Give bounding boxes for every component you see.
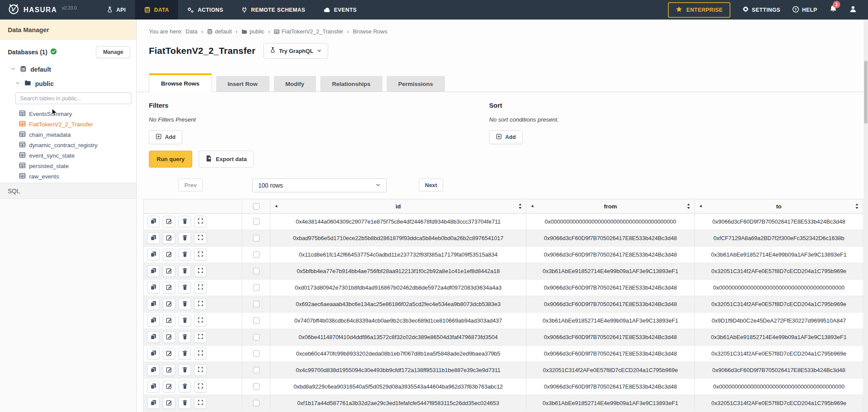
enterprise-button[interactable]: ENTERPRISE <box>668 2 730 18</box>
next-page-button[interactable]: Next <box>419 178 443 191</box>
edit-row-button[interactable] <box>163 265 175 277</box>
hasura-logo[interactable]: HASURA v2.23.0 <box>0 0 83 20</box>
row-checkbox[interactable] <box>253 350 260 357</box>
tab-modify[interactable]: Modify <box>274 76 316 92</box>
breadcrumb-item-public[interactable]: public <box>241 28 264 35</box>
delete-row-button[interactable] <box>178 232 191 244</box>
edit-row-button[interactable] <box>163 315 175 326</box>
sidebar-table-event-sync-state[interactable]: event_sync_state <box>0 150 136 161</box>
nav-item-api[interactable]: API <box>98 0 135 20</box>
add-filter-button[interactable]: Add <box>149 130 182 144</box>
sidebar-database-default[interactable]: default <box>0 66 136 73</box>
nav-item-data[interactable]: DATA <box>135 0 178 20</box>
copy-row-button[interactable] <box>147 249 160 260</box>
settings-button[interactable]: SETTINGS <box>743 6 780 13</box>
delete-row-button[interactable] <box>178 331 191 343</box>
run-query-button[interactable]: Run query <box>149 151 192 168</box>
sidebar-sql-section[interactable]: SQL <box>0 183 136 199</box>
row-checkbox[interactable] <box>253 367 260 373</box>
delete-row-button[interactable] <box>178 381 191 392</box>
expand-row-button[interactable] <box>194 331 207 343</box>
nav-item-remote-schemas[interactable]: REMOTE SCHEMAS <box>232 0 314 20</box>
copy-row-button[interactable] <box>147 397 160 409</box>
collapse-column-icon[interactable] <box>699 204 703 208</box>
delete-row-button[interactable] <box>178 315 191 326</box>
sidebar-table-eventssummary[interactable]: EventsSummary <box>0 109 136 119</box>
chevron-down-icon[interactable] <box>15 80 20 87</box>
expand-row-button[interactable] <box>194 364 207 376</box>
collapse-column-icon[interactable] <box>530 204 534 208</box>
help-button[interactable]: ? HELP <box>792 6 817 14</box>
chevron-down-icon[interactable] <box>10 66 16 73</box>
row-checkbox[interactable] <box>253 284 260 291</box>
delete-row-button[interactable] <box>178 298 191 310</box>
row-checkbox[interactable] <box>253 317 260 324</box>
row-checkbox[interactable] <box>253 268 260 274</box>
edit-row-button[interactable] <box>163 249 175 260</box>
sidebar-table-fiattokenv2-2-transfer[interactable]: FiatTokenV2_2_Transfer <box>0 119 136 129</box>
row-checkbox[interactable] <box>253 334 260 340</box>
sidebar-table-persisted-state[interactable]: persisted_state <box>0 161 136 171</box>
copy-row-button[interactable] <box>147 216 160 227</box>
tab-permissions[interactable]: Permissions <box>387 76 445 92</box>
tab-insert-row[interactable]: Insert Row <box>216 76 270 92</box>
copy-row-button[interactable] <box>147 298 160 310</box>
copy-row-button[interactable] <box>147 265 160 277</box>
sort-column-icon[interactable] <box>855 203 859 209</box>
expand-row-button[interactable] <box>194 249 207 260</box>
edit-row-button[interactable] <box>163 298 175 310</box>
copy-row-button[interactable] <box>147 348 160 359</box>
notifications-button[interactable]: 1 <box>829 5 837 15</box>
column-header-to[interactable]: to <box>695 199 863 213</box>
expand-row-button[interactable] <box>194 216 207 227</box>
row-checkbox[interactable] <box>253 218 260 225</box>
sidebar-table-raw-events[interactable]: raw_events <box>0 171 136 181</box>
sort-column-icon[interactable] <box>518 203 523 209</box>
sidebar-table-chain-metadata[interactable]: chain_metadata <box>0 129 136 140</box>
edit-row-button[interactable] <box>163 348 175 359</box>
collapse-column-icon[interactable] <box>274 204 278 208</box>
sidebar-table-dynamic-contract-registry[interactable]: dynamic_contract_registry <box>0 140 136 150</box>
expand-row-button[interactable] <box>194 315 207 326</box>
row-checkbox[interactable] <box>253 251 260 258</box>
column-header-from[interactable]: from <box>526 199 695 213</box>
delete-row-button[interactable] <box>178 282 191 293</box>
copy-row-button[interactable] <box>147 381 160 392</box>
edit-row-button[interactable] <box>163 282 175 293</box>
delete-row-button[interactable] <box>178 348 191 359</box>
search-tables-input[interactable] <box>15 92 132 104</box>
tab-browse-rows[interactable]: Browse Rows <box>149 73 212 92</box>
expand-row-button[interactable] <box>194 381 207 392</box>
breadcrumb-item-default[interactable]: default <box>207 28 232 35</box>
expand-row-button[interactable] <box>194 282 207 293</box>
row-checkbox[interactable] <box>253 383 260 390</box>
add-sort-button[interactable]: Add <box>489 130 523 144</box>
delete-row-button[interactable] <box>178 364 191 376</box>
nav-item-actions[interactable]: ACTIONS <box>178 0 232 20</box>
user-menu-button[interactable] <box>849 5 857 14</box>
copy-row-button[interactable] <box>147 315 160 326</box>
row-checkbox[interactable] <box>253 400 260 406</box>
delete-row-button[interactable] <box>178 216 191 227</box>
edit-row-button[interactable] <box>163 364 175 376</box>
row-checkbox[interactable] <box>253 235 260 241</box>
prev-page-button[interactable]: Prev <box>178 178 203 191</box>
copy-row-button[interactable] <box>147 364 160 376</box>
expand-row-button[interactable] <box>194 348 207 359</box>
copy-row-button[interactable] <box>147 331 160 343</box>
sort-column-icon[interactable] <box>686 203 691 209</box>
breadcrumb-item-browse-rows[interactable]: Browse Rows <box>353 28 387 35</box>
expand-row-button[interactable] <box>194 232 207 244</box>
edit-row-button[interactable] <box>163 331 175 343</box>
vertical-scrollbar[interactable] <box>864 20 868 412</box>
edit-row-button[interactable] <box>163 216 175 227</box>
page-size-select[interactable]: 100 rows <box>252 178 387 192</box>
expand-row-button[interactable] <box>194 397 207 409</box>
delete-row-button[interactable] <box>178 265 191 277</box>
edit-row-button[interactable] <box>163 232 175 244</box>
row-checkbox[interactable] <box>253 301 260 307</box>
copy-row-button[interactable] <box>147 282 160 293</box>
expand-row-button[interactable] <box>194 265 207 277</box>
delete-row-button[interactable] <box>178 397 191 409</box>
select-all-checkbox[interactable] <box>253 203 260 210</box>
